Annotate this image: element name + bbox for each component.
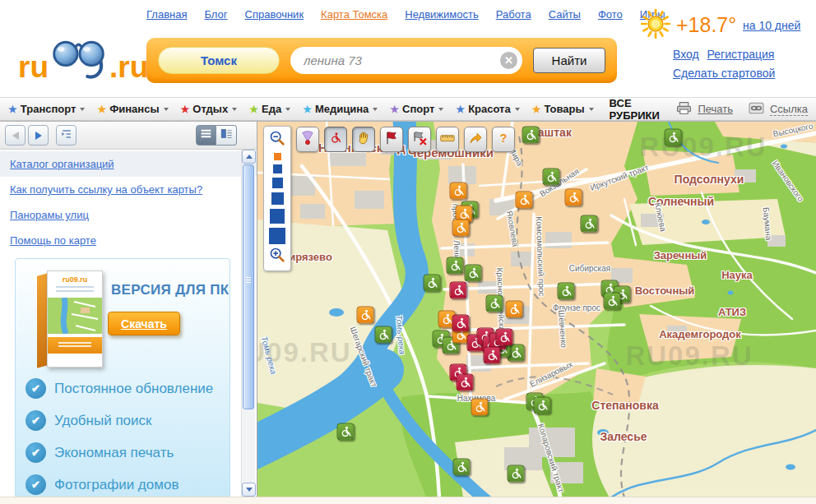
wheelchair-marker[interactable] — [581, 215, 598, 233]
nav-link[interactable]: Блог — [204, 8, 227, 21]
forecast-link[interactable]: на 10 дней — [743, 19, 800, 32]
logo[interactable]: ru .ru — [18, 38, 148, 95]
sidebar-link[interactable]: Каталог организаций — [10, 158, 114, 170]
scroll-down-button[interactable] — [242, 483, 256, 497]
history-back-button[interactable] — [5, 125, 26, 146]
wheelchair-marker[interactable] — [450, 282, 467, 299]
collapse-panel-button[interactable] — [56, 125, 76, 146]
promo-title: ВЕРСИЯ ДЛЯ ПК — [111, 282, 229, 298]
split-view-icon — [220, 127, 233, 143]
hand-pan-button[interactable] — [352, 127, 375, 152]
search-input[interactable] — [304, 53, 500, 67]
nav-link[interactable]: Карта Томска — [321, 8, 387, 21]
help-button[interactable]: ? — [492, 127, 515, 152]
make-start-page-link[interactable]: Сделать стартовой — [673, 67, 775, 80]
get-link-button[interactable]: Ссылка — [770, 103, 808, 116]
all-rubrics-button[interactable]: ВСЕ РУБРИКИ — [610, 97, 677, 122]
nav-link[interactable]: Справочник — [245, 8, 304, 21]
nav-link[interactable]: Фото — [598, 8, 623, 21]
wheelchair-marker[interactable] — [471, 399, 489, 416]
wheelchair-button[interactable] — [324, 127, 347, 152]
temperature-value: +18.7° — [676, 13, 736, 37]
wheelchair-marker[interactable] — [543, 169, 560, 186]
zoom-level-square[interactable] — [273, 164, 282, 173]
panorama-cone-button[interactable] — [296, 127, 319, 152]
feature-label: Фотографии домов — [54, 477, 178, 493]
wheelchair-marker[interactable] — [516, 192, 533, 209]
rubric-item[interactable]: ★Финансы — [97, 103, 168, 115]
wheelchair-marker[interactable] — [337, 423, 355, 441]
ruler-button[interactable] — [436, 127, 459, 152]
flag-add-button[interactable] — [380, 127, 403, 152]
nav-link[interactable]: Работа — [496, 8, 531, 21]
wheelchair-marker[interactable] — [486, 295, 503, 312]
nav-link[interactable]: Недвижимость — [405, 8, 478, 21]
scroll-up-button[interactable] — [242, 150, 256, 164]
zoom-level-square[interactable] — [271, 192, 284, 205]
scrollbar-thumb[interactable] — [243, 164, 254, 409]
nav-link[interactable]: Главная — [146, 8, 187, 21]
share-arrow-button[interactable] — [464, 127, 487, 152]
zoom-control — [263, 126, 291, 271]
chevron-down-icon — [164, 108, 169, 111]
wheelchair-marker[interactable] — [496, 329, 513, 346]
map-viewport[interactable]: Нижний складЧеремошникиКаштакПодсолнухиС… — [257, 122, 816, 497]
wheelchair-marker[interactable] — [452, 220, 470, 237]
download-label: Скачать — [121, 317, 167, 331]
sidebar-scrollbar[interactable] — [241, 150, 255, 497]
zoom-level-square[interactable] — [272, 178, 283, 188]
rubric-item[interactable]: ★Отдых — [181, 103, 238, 115]
zoom-level-square[interactable] — [269, 228, 285, 244]
print-link[interactable]: Печать — [698, 103, 733, 115]
zoom-level-square[interactable] — [270, 209, 285, 224]
wheelchair-marker[interactable] — [565, 189, 582, 206]
wheelchair-marker[interactable] — [357, 307, 374, 324]
wheelchair-marker[interactable] — [665, 129, 682, 146]
rubric-label: Медицина — [315, 103, 369, 115]
sidebar-link-row: Панорамы улиц — [0, 202, 257, 228]
wheelchair-marker[interactable] — [450, 183, 467, 200]
zoom-level-square[interactable] — [274, 153, 281, 160]
wheelchair-marker[interactable] — [604, 293, 621, 310]
list-view-icon — [200, 127, 212, 143]
wheelchair-marker[interactable] — [508, 465, 525, 483]
wheelchair-marker[interactable] — [375, 326, 392, 344]
wheelchair-marker[interactable] — [484, 347, 501, 364]
wheelchair-marker[interactable] — [447, 257, 464, 275]
login-link[interactable]: Вход — [673, 48, 699, 61]
wheelchair-marker[interactable] — [465, 265, 482, 282]
wheelchair-marker[interactable] — [457, 374, 474, 391]
wheelchair-marker[interactable] — [424, 275, 441, 292]
rubric-item[interactable]: ★Товары — [532, 103, 594, 115]
wheelchair-marker[interactable] — [522, 127, 540, 144]
wheelchair-marker[interactable] — [452, 315, 470, 332]
zoom-out-button[interactable] — [268, 129, 286, 150]
chevron-down-icon — [285, 108, 290, 111]
rubric-item[interactable]: ★Еда — [249, 103, 290, 115]
sidebar-link-row: Как получить ссылку на объект карты? — [0, 177, 257, 202]
download-button[interactable]: Скачать — [108, 312, 180, 335]
history-forward-button[interactable] — [28, 125, 49, 146]
chevron-down-icon — [438, 108, 443, 111]
sidebar-link[interactable]: Панорамы улиц — [10, 209, 89, 221]
flag-remove-button[interactable] — [408, 127, 431, 152]
zoom-in-button[interactable] — [268, 246, 286, 267]
nav-link[interactable]: Сайты — [549, 8, 581, 21]
sidebar-link[interactable]: Помощь по карте — [10, 234, 96, 247]
register-link[interactable]: Регистрация — [707, 48, 775, 61]
split-view-button[interactable] — [216, 125, 237, 146]
rubric-item[interactable]: ★Медицина — [303, 103, 378, 115]
wheelchair-marker[interactable] — [534, 397, 551, 414]
wheelchair-marker[interactable] — [453, 459, 471, 476]
wheelchair-marker[interactable] — [506, 301, 523, 318]
rubric-item[interactable]: ★Спорт — [390, 103, 443, 115]
city-selector-button[interactable]: Томск — [158, 47, 280, 74]
rubric-item[interactable]: ★Транспорт — [8, 103, 85, 115]
wheelchair-marker[interactable] — [558, 283, 575, 300]
clear-search-icon[interactable]: ✕ — [500, 52, 517, 69]
list-view-button[interactable] — [196, 125, 216, 146]
sidebar-link[interactable]: Как получить ссылку на объект карты? — [10, 183, 202, 196]
bar-right: Печать Ссылка — [676, 101, 808, 118]
rubric-item[interactable]: ★Красота — [456, 103, 519, 115]
find-button[interactable]: Найти — [533, 48, 605, 73]
